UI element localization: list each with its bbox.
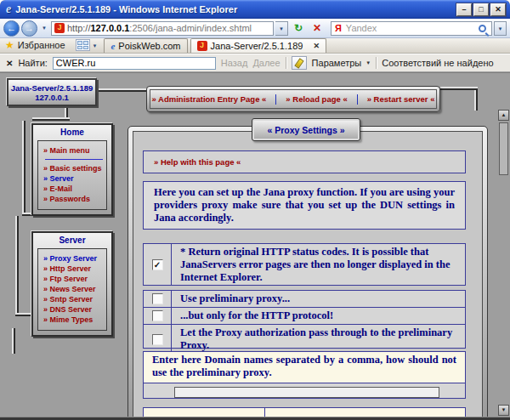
find-bar: ✕ Найти: Назад Далее Параметры ▼ Соответ…: [0, 54, 510, 71]
admin-toolbar: » Administration Entry Page « » Reload p…: [146, 86, 440, 112]
search-placeholder: Yandex: [346, 23, 474, 33]
option-label: Use preliminary proxy...: [172, 291, 465, 307]
sidebar-item-passwords[interactable]: » Passwords: [43, 194, 105, 204]
navigation-bar: ← → ▼ J http://127.0.0.1:2506/jana-admin…: [0, 19, 510, 38]
next-settings-table: [143, 407, 466, 417]
decorative-trace: [474, 90, 478, 111]
highlight-icon[interactable]: [292, 56, 307, 70]
history-dropdown-icon[interactable]: ▼: [42, 26, 47, 31]
server-identity-box: Jana-Server/2.5.1.189 127.0.0.1: [7, 78, 97, 106]
checkbox-proxy-auth-passthrough[interactable]: [152, 334, 163, 345]
scrollbar-thumb[interactable]: [499, 122, 508, 175]
sidebar-item-email[interactable]: » E-Mail: [43, 184, 105, 194]
tab-poiskweb[interactable]: e PoiskWeb.com: [104, 38, 187, 53]
back-button[interactable]: ←: [3, 20, 20, 37]
server-name: Jana-Server/2.5.1.189: [11, 83, 94, 93]
home-menu-title: Home: [33, 125, 111, 140]
server-menu: Server » Proxy Server » Http Server » Ft…: [31, 231, 113, 337]
sidebar-item-dns-server[interactable]: » DNS Server: [43, 304, 105, 315]
separator: [376, 57, 377, 69]
sidebar-item-news-server[interactable]: » News Server: [43, 284, 105, 294]
url-path: :2506/jana-admin/index.shtml: [129, 23, 252, 33]
decorative-trace: [15, 216, 19, 316]
help-link[interactable]: » Help with this page «: [154, 157, 241, 167]
address-dropdown-icon[interactable]: ▼: [275, 21, 288, 36]
sidebar-item-http-server[interactable]: » Http Server: [43, 264, 105, 274]
window-controls: – □ ✕: [456, 3, 506, 16]
minimize-button[interactable]: –: [456, 3, 472, 16]
tab-label: Jana-Server/2.5.1.189: [211, 41, 303, 51]
tab-label: PoiskWeb.com: [118, 41, 180, 51]
intro-text: Here you can set up the Jana proxy funct…: [143, 181, 466, 230]
checkbox-return-status-codes[interactable]: ✓: [152, 259, 163, 270]
tab-bar: ★ Избранное ▼ e PoiskWeb.com J Jana-Serv…: [0, 38, 510, 54]
find-next-button: Далее: [252, 58, 280, 68]
option-label: ...but only for the HTTP protocol!: [172, 308, 465, 324]
reload-page-link[interactable]: » Reload page «: [286, 94, 347, 104]
favorites-label[interactable]: Избранное: [18, 40, 65, 50]
window-title: Jana-Server/2.5.1.189 - Windows Internet…: [15, 4, 237, 14]
page-title: « Proxy Settings »: [252, 118, 360, 141]
decorative-trace: [440, 87, 478, 90]
option-label: Let the Proxy authorization pass through…: [172, 325, 465, 354]
jana-favicon-icon: J: [54, 23, 65, 33]
maximize-button[interactable]: □: [473, 3, 489, 16]
option-row: Let the Proxy authorization pass through…: [144, 325, 465, 354]
find-input[interactable]: [53, 57, 216, 70]
domains-section: Enter here Domain names separated by a c…: [143, 351, 466, 399]
option-row: ...but only for the HTTP protocol!: [144, 308, 465, 325]
chevron-down-icon: ▼: [366, 60, 371, 65]
find-options-label: Параметры: [312, 58, 362, 68]
find-options-button[interactable]: Параметры ▼: [312, 58, 371, 68]
title-bar: e Jana-Server/2.5.1.189 - Windows Intern…: [0, 0, 510, 19]
search-icon[interactable]: [479, 25, 486, 32]
url-text: http://127.0.0.1:2506/jana-admin/index.s…: [67, 23, 252, 33]
page-content: Jana-Server/2.5.1.189 127.0.0.1 » Admini…: [0, 73, 510, 417]
checkbox-http-only[interactable]: [152, 310, 163, 321]
home-menu: Home » Main menu » Basic settings » Serv…: [31, 123, 113, 216]
server-menu-items: » Proxy Server » Http Server » Ftp Serve…: [37, 248, 107, 331]
window-bottom-edge: [0, 417, 510, 420]
forward-button[interactable]: →: [21, 20, 37, 37]
tab-list-dropdown-icon[interactable]: ▼: [93, 43, 98, 48]
checkbox-use-preliminary-proxy[interactable]: [152, 293, 163, 304]
sidebar-item-sntp-server[interactable]: » Sntp Server: [43, 294, 105, 304]
option-table: Use preliminary proxy... ...but only for…: [143, 290, 466, 349]
stop-icon[interactable]: ✕: [309, 20, 326, 36]
quick-tabs-icon[interactable]: [76, 39, 90, 51]
address-bar[interactable]: J http://127.0.0.1:2506/jana-admin/index…: [51, 21, 274, 36]
sidebar-item-server[interactable]: » Server: [43, 173, 105, 184]
option-row: Use preliminary proxy...: [144, 291, 465, 308]
search-dropdown-icon[interactable]: ▼: [494, 21, 507, 36]
separator: [357, 94, 358, 105]
browser-window: e Jana-Server/2.5.1.189 - Windows Intern…: [0, 0, 510, 420]
decorative-trace: [12, 328, 15, 354]
sidebar-item-proxy-server[interactable]: » Proxy Server: [43, 253, 105, 264]
sidebar-item-mime-types[interactable]: » Mime Types: [43, 315, 105, 325]
search-input[interactable]: Я Yandex: [331, 21, 492, 36]
sidebar-item-main-menu[interactable]: » Main menu: [43, 145, 105, 156]
option-label: * Return original HTTP status codes. It …: [172, 244, 465, 285]
admin-toolbar-inner: » Administration Entry Page « » Reload p…: [150, 89, 437, 109]
restart-server-link[interactable]: » Restart server «: [367, 94, 435, 104]
favorites-star-icon[interactable]: ★: [5, 39, 14, 51]
close-tab-icon[interactable]: ✕: [313, 42, 320, 50]
option-row: ✓ * Return original HTTP status codes. I…: [143, 243, 466, 286]
tab-jana-server[interactable]: J Jana-Server/2.5.1.189 ✕: [190, 38, 326, 53]
url-host: 127.0.0.1: [90, 23, 129, 33]
close-find-icon[interactable]: ✕: [6, 59, 13, 68]
scroll-up-icon[interactable]: ▲: [498, 110, 509, 121]
table-cell: [265, 408, 465, 417]
admin-entry-link[interactable]: » Administration Entry Page «: [152, 94, 267, 104]
domains-input[interactable]: [174, 387, 439, 398]
ie-tab-icon: e: [110, 41, 115, 51]
ie-logo-icon: e: [6, 3, 11, 16]
help-link-box: » Help with this page «: [143, 150, 466, 173]
refresh-icon[interactable]: ↻: [290, 20, 307, 36]
sidebar-item-basic-settings[interactable]: » Basic settings: [43, 163, 105, 173]
sidebar-item-ftp-server[interactable]: » Ftp Server: [43, 274, 105, 284]
decorative-trace: [22, 121, 26, 216]
close-button[interactable]: ✕: [490, 3, 506, 16]
scroll-down-icon[interactable]: ▼: [498, 405, 509, 416]
find-label: Найти:: [18, 58, 47, 68]
